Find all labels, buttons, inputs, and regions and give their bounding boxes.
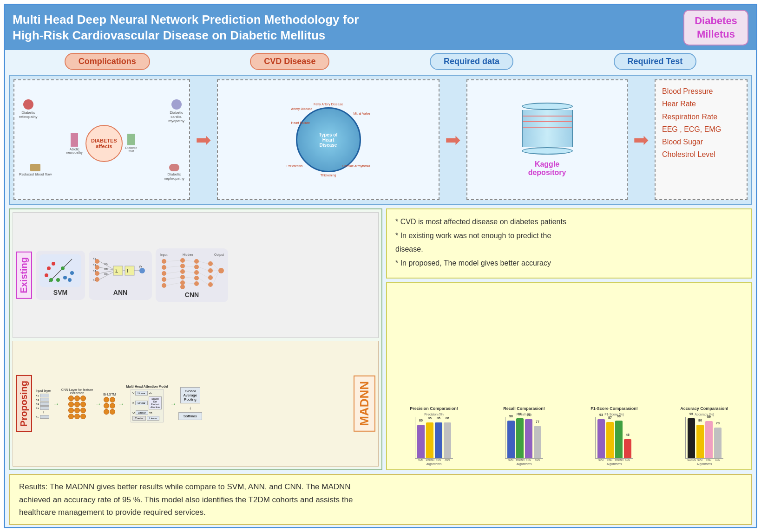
cnn-label: CNN bbox=[185, 291, 199, 298]
svg-text:Output: Output bbox=[214, 253, 224, 257]
db-top bbox=[522, 103, 573, 110]
pill-required-test: Required Test bbox=[614, 53, 697, 70]
proposing-section: Proposing Input layer x₁ x₂ x₃ x₄ ⋮ xₙ bbox=[13, 341, 379, 467]
pill-complications: Complications bbox=[65, 53, 150, 70]
svg-line-70 bbox=[199, 278, 208, 285]
svg-point-37 bbox=[162, 265, 166, 270]
arrow-2: ➡ bbox=[443, 79, 463, 200]
chart-0: Precision Comparasion!Precision (%)80858… bbox=[391, 406, 477, 466]
kaggle-label: Kaggle depository bbox=[528, 160, 566, 177]
proposing-label: Proposing bbox=[16, 375, 32, 432]
svg-point-47 bbox=[194, 259, 199, 264]
proposing-diagram: Input layer x₁ x₂ x₃ x₄ ⋮ xₙ → CNN Layer… bbox=[36, 385, 350, 422]
svg-point-40 bbox=[162, 283, 166, 288]
chart-2: F1-Score Comparasion!F1-Score (%)9387904… bbox=[571, 406, 657, 466]
complications-section: Diabeticretinopathy Diabeticcardio-myopa… bbox=[13, 79, 190, 200]
svg-line-74 bbox=[213, 272, 218, 285]
test-blood-pressure: Blood Pressure bbox=[662, 85, 740, 97]
charts-area: Precision Comparasion!Precision (%)80858… bbox=[386, 282, 752, 471]
required-test-section: Blood Pressure Hear Rate Respiration Rat… bbox=[655, 79, 748, 200]
svg-line-61 bbox=[166, 283, 180, 285]
cvd-section: Types ofHeartDisease Fatty Artery Diseas… bbox=[217, 79, 440, 200]
svg-line-57 bbox=[166, 260, 180, 261]
svg-point-55 bbox=[208, 282, 213, 287]
svg-point-46 bbox=[180, 285, 185, 289]
svg-point-51 bbox=[194, 281, 199, 286]
svg-point-6 bbox=[68, 278, 72, 282]
svg-text:w₃: w₃ bbox=[104, 272, 108, 275]
svg-line-60 bbox=[166, 277, 180, 279]
svg-text:xₙ: xₙ bbox=[93, 278, 96, 281]
svg-point-5 bbox=[70, 271, 74, 275]
results-bar: Results: The MADNN gives better results … bbox=[9, 474, 752, 525]
attention-box: Multi-Head Attention Model V Linear ×h K… bbox=[126, 385, 168, 422]
heart-disease-circle: Types ofHeartDisease bbox=[296, 107, 361, 172]
required-data-section: Kaggle depository bbox=[466, 79, 628, 200]
test-blood-sugar: Blood Sugar bbox=[662, 136, 740, 148]
svg-text:Hidden: Hidden bbox=[183, 253, 193, 256]
text-line-3: * In proposed, The model gives better ac… bbox=[395, 257, 743, 269]
text-line-1: * CVD is most affected disease on diabet… bbox=[395, 216, 743, 228]
badge-line2: Milletus bbox=[693, 28, 739, 41]
header-title: Multi Head Deep Neural Network Predictio… bbox=[13, 12, 683, 44]
svg-line-58 bbox=[166, 266, 180, 267]
existing-section: Existing bbox=[13, 212, 379, 338]
svg-point-45 bbox=[180, 280, 185, 285]
madnn-label: MADNN bbox=[354, 376, 375, 432]
svg-point-43 bbox=[180, 269, 185, 274]
svg-line-65 bbox=[185, 277, 194, 278]
ann-label: ANN bbox=[113, 289, 127, 296]
svg-point-2 bbox=[52, 262, 55, 266]
svm-box: SVM bbox=[36, 251, 85, 300]
svg-point-44 bbox=[180, 275, 185, 279]
svg-point-53 bbox=[208, 268, 213, 273]
svg-line-59 bbox=[166, 272, 180, 273]
svg-line-66 bbox=[185, 283, 194, 284]
svg-point-9 bbox=[49, 278, 53, 282]
diabetes-badge: Diabetes Milletus bbox=[683, 10, 748, 45]
category-row: Complications CVD Disease Required data … bbox=[5, 50, 756, 73]
svg-point-8 bbox=[61, 266, 65, 270]
svg-point-18 bbox=[139, 268, 145, 273]
svg-line-64 bbox=[185, 272, 194, 272]
pill-required-data: Required data bbox=[430, 53, 513, 70]
text-notes-box: * CVD is most affected disease on diabet… bbox=[386, 208, 752, 278]
svg-rect-16 bbox=[125, 266, 134, 275]
svg-point-56 bbox=[218, 268, 224, 273]
svg-point-52 bbox=[208, 261, 213, 266]
bi-lstm-box: Bi-LSTM bbox=[103, 393, 116, 415]
test-cholesterol: Cholestrol Level bbox=[662, 148, 740, 161]
svg-point-38 bbox=[162, 271, 166, 276]
pill-cvd: CVD Disease bbox=[250, 53, 329, 70]
test-eeg: EEG , ECG, EMG bbox=[662, 123, 740, 136]
svg-point-4 bbox=[63, 276, 67, 279]
outer-wrapper: Multi Head Deep Neural Network Predictio… bbox=[0, 0, 761, 532]
test-hear-rate: Hear Rate bbox=[662, 97, 740, 110]
svg-text:f: f bbox=[127, 268, 128, 273]
svm-label: SVM bbox=[53, 289, 67, 296]
svg-point-41 bbox=[180, 258, 185, 263]
main-container: Multi Head Deep Neural Network Predictio… bbox=[4, 4, 757, 528]
svg-text:x₂: x₂ bbox=[93, 263, 96, 266]
svg-point-39 bbox=[162, 277, 166, 282]
right-panel: * CVD is most affected disease on diabet… bbox=[386, 208, 752, 470]
header: Multi Head Deep Neural Network Predictio… bbox=[5, 5, 756, 50]
svg-point-7 bbox=[56, 278, 60, 282]
output-boxes: GlobalAveragePooling ↓ Softmax bbox=[178, 387, 202, 420]
svg-text:Input: Input bbox=[160, 253, 168, 257]
test-respiration-rate: Respiration Rate bbox=[662, 110, 740, 123]
left-panel: Existing bbox=[9, 208, 382, 470]
cnn-feature-extraction: CNN Layer for featureextraction bbox=[61, 388, 93, 419]
svg-point-54 bbox=[208, 275, 213, 280]
text-line-2: * In existing work was not enough to pre… bbox=[395, 230, 743, 242]
svg-point-1 bbox=[47, 266, 51, 270]
svg-text:Σ: Σ bbox=[115, 268, 118, 273]
svg-line-73 bbox=[213, 272, 218, 278]
ann-box: Σ f y₁ bbox=[89, 251, 152, 300]
svg-point-42 bbox=[180, 264, 185, 268]
input-layer: Input layer x₁ x₂ x₃ x₄ ⋮ xₙ bbox=[36, 389, 51, 419]
svg-point-48 bbox=[194, 265, 199, 269]
badge-line1: Diabetes bbox=[693, 14, 739, 28]
svg-text:w₂: w₂ bbox=[104, 267, 108, 270]
arrow-1: ➡ bbox=[194, 79, 213, 200]
